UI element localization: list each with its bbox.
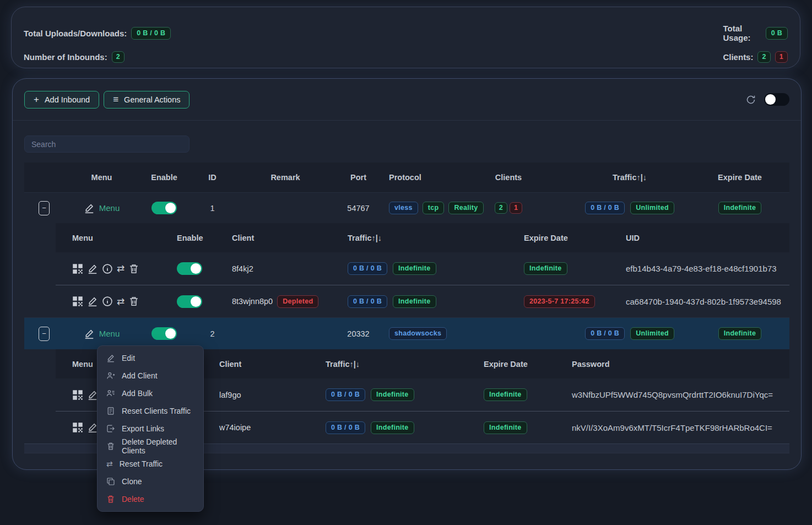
protocol-transport-tag: tcp: [423, 202, 445, 214]
enable-toggle[interactable]: [151, 327, 177, 340]
general-actions-button[interactable]: ≡ General Actions: [104, 91, 190, 109]
reset-traffic-icon[interactable]: ⇄: [117, 264, 124, 273]
menu-item-edit[interactable]: Edit: [98, 349, 203, 367]
client-enable-toggle[interactable]: [177, 262, 202, 275]
enable-toggle[interactable]: [151, 202, 177, 214]
clients-depleted-count: 1: [775, 51, 788, 63]
sub-header-enable: Enable: [171, 223, 224, 252]
inbound-row-1: − Menu 1 54767 vless tcp Reality 2 1 0: [24, 192, 789, 223]
menu-item-reset-clients-traffic[interactable]: Reset Clients Traffic: [98, 402, 203, 420]
client-uid: ca68470b-1940-437d-802b-1f9573e94598: [615, 285, 789, 317]
menu-item-delete-depleted-clients[interactable]: Delete Depleted Clients: [98, 437, 203, 455]
clients-depleted-badge: 1: [510, 202, 522, 214]
protocol-tag: vless: [389, 202, 418, 214]
header-remark: Remark: [236, 163, 335, 192]
toggle-knob: [191, 263, 201, 274]
traffic-limit-badge: Indefinite: [371, 421, 414, 434]
trash-icon: [106, 495, 115, 504]
expire-badge: Indefinite: [524, 262, 567, 275]
number-of-inbounds: Number of Inbounds: 2: [24, 51, 341, 63]
repeat-icon: ⇄: [106, 460, 113, 468]
pencil-icon[interactable]: [87, 296, 98, 307]
hamburger-icon: ≡: [113, 95, 118, 104]
search-input[interactable]: [24, 136, 190, 153]
traffic-badge: 0 B / 0 B: [585, 327, 625, 340]
client-enable-toggle[interactable]: [177, 295, 202, 308]
traffic-cell: 0 B / 0 B Unlimited: [569, 318, 690, 349]
header-port: Port: [335, 163, 382, 192]
reset-traffic-icon[interactable]: ⇄: [117, 297, 124, 306]
copy-icon: [106, 477, 115, 486]
number-of-inbounds-label: Number of Inbounds:: [24, 52, 107, 62]
menu-item-add-bulk[interactable]: Add Bulk: [98, 385, 203, 402]
inbound-id: 1: [189, 193, 236, 223]
traffic-badge: 0 B / 0 B: [348, 295, 387, 308]
protocol-tags: shadowsocks: [382, 318, 448, 349]
client-table-header: Menu Enable Client Traffic↑|↓ Expire Dat…: [56, 223, 789, 252]
inbound-port: 20332: [335, 318, 382, 349]
minus-icon: −: [42, 330, 46, 337]
pencil-icon: [84, 328, 95, 339]
traffic-limit-badge: Unlimited: [630, 327, 674, 340]
client-name: w74ioipe: [210, 412, 309, 443]
expire-badge: Indefinite: [718, 327, 762, 340]
header-traffic-sort[interactable]: Traffic↑|↓: [569, 163, 690, 192]
traffic-limit-badge: Indefinite: [393, 262, 436, 275]
inbound-menu-trigger[interactable]: Menu: [84, 328, 120, 339]
header-protocol: Protocol: [382, 163, 448, 192]
inbound-remark: [236, 193, 335, 223]
expire-badge: Indefinite: [484, 388, 527, 401]
total-uploads-downloads: Total Uploads/Downloads: 0 B / 0 B: [24, 24, 341, 42]
sub-header-expire: Expire Date: [469, 349, 560, 378]
minus-icon: −: [42, 204, 46, 212]
sub-header-traffic-sort[interactable]: Traffic↑|↓: [309, 349, 469, 378]
sub-header-client: Client: [224, 223, 312, 252]
menu-item-reset-traffic[interactable]: ⇄ Reset Traffic: [98, 455, 203, 473]
clients-stat: Clients: 2 1: [341, 51, 788, 63]
sub-header-password: Password: [560, 349, 789, 378]
sub-header-menu: Menu: [56, 223, 171, 252]
sub-header-traffic-sort[interactable]: Traffic↑|↓: [312, 223, 483, 252]
client-row: ⇄ 8t3wjnn8p0 Depleted 0 B / 0 B Indefini…: [56, 285, 789, 317]
info-icon[interactable]: [102, 296, 113, 307]
qr-code-icon[interactable]: [72, 389, 83, 400]
expire-badge: 2023-5-7 17:25:42: [524, 295, 595, 308]
clients-active-badge: 2: [495, 202, 507, 214]
toggle-knob: [165, 328, 176, 339]
pencil-icon[interactable]: [87, 389, 98, 400]
add-inbound-button[interactable]: + Add Inbound: [24, 91, 99, 109]
dark-mode-toggle[interactable]: [764, 93, 789, 106]
plus-icon: +: [34, 95, 39, 104]
protocol-tags: vless tcp Reality: [382, 193, 448, 223]
inbound-menu-trigger[interactable]: Menu: [84, 203, 120, 214]
qr-code-icon[interactable]: [72, 422, 83, 433]
collapse-row-button[interactable]: −: [39, 201, 50, 215]
collapse-row-button[interactable]: −: [39, 327, 50, 341]
sub-header-uid: UID: [615, 223, 789, 252]
people-add-icon: [106, 389, 115, 398]
pencil-icon[interactable]: [87, 263, 98, 274]
toggle-knob: [191, 296, 201, 307]
menu-item-add-client[interactable]: Add Client: [98, 367, 203, 385]
menu-item-delete[interactable]: Delete: [98, 490, 203, 508]
client-password: nkV/I/3XoAm9v6xMT/T5IcrF4TpeTKF98rHARbRo…: [560, 412, 789, 443]
refresh-icon[interactable]: [745, 94, 756, 105]
pencil-icon[interactable]: [87, 422, 98, 433]
client-row: ⇄ 8f4kj2 0 B / 0 B Indefinite Indefinite…: [56, 252, 789, 285]
stats-panel: Total Uploads/Downloads: 0 B / 0 B Total…: [11, 7, 800, 68]
inbound-remark: [236, 318, 335, 349]
menu-item-clone[interactable]: Clone: [98, 473, 203, 490]
inbound-context-menu: Edit Add Client Add Bulk Reset Clients T…: [97, 345, 204, 512]
qr-code-icon[interactable]: [72, 263, 83, 274]
trash-icon[interactable]: [128, 263, 139, 274]
client-name: 8f4kj2: [224, 252, 312, 285]
trash-icon[interactable]: [128, 296, 139, 307]
qr-code-icon[interactable]: [72, 296, 83, 307]
menu-item-export-links[interactable]: Export Links: [98, 420, 203, 437]
trash-icon: [106, 442, 115, 451]
clients-active-count: 2: [757, 51, 770, 63]
info-icon[interactable]: [102, 263, 113, 274]
traffic-cell: 0 B / 0 B Unlimited: [569, 193, 690, 223]
total-usage: Total Usage: 0 B: [341, 24, 788, 42]
client-name: 8t3wjnn8p0: [232, 297, 273, 306]
